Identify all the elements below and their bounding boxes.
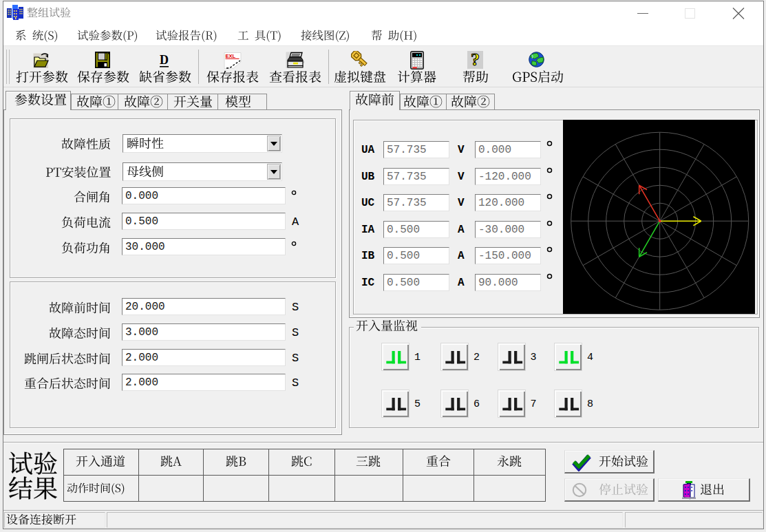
svg-text:D: D: [160, 53, 169, 67]
svg-text:?: ?: [471, 51, 480, 70]
svg-text:EXL: EXL: [226, 53, 236, 59]
